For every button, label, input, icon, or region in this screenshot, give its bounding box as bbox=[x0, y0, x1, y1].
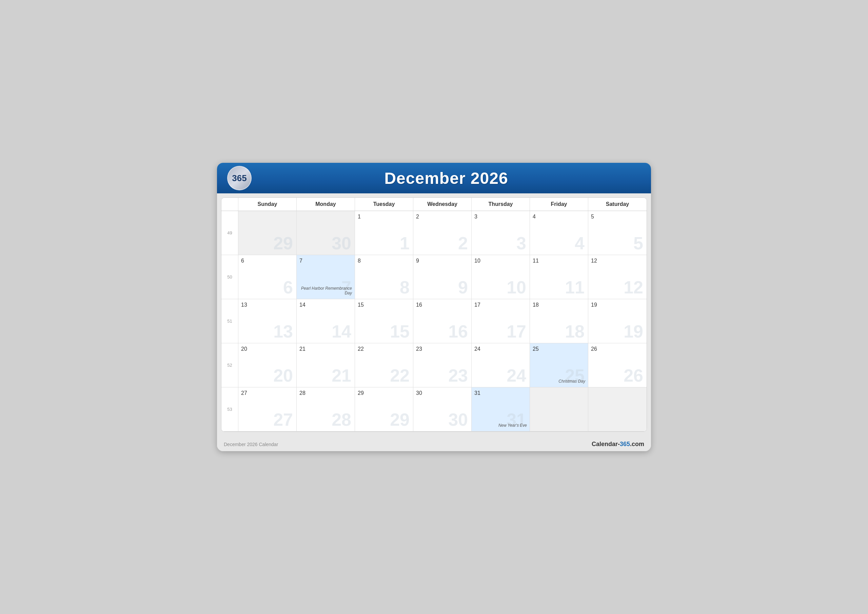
day-number: 15 bbox=[358, 302, 410, 308]
day-cell-5[interactable]: 55 bbox=[588, 211, 646, 255]
day-watermark: 21 bbox=[332, 367, 351, 384]
holiday-label: Pearl Harbor Remembrance Day bbox=[299, 286, 352, 295]
week-number-53: 53 bbox=[222, 387, 239, 432]
day-number: 10 bbox=[474, 258, 527, 264]
day-number: 31 bbox=[474, 390, 527, 396]
day-number: 30 bbox=[416, 390, 468, 396]
day-cell-17[interactable]: 1717 bbox=[472, 299, 530, 343]
day-watermark: 19 bbox=[623, 323, 643, 340]
day-cell-11[interactable]: 1111 bbox=[530, 255, 588, 299]
day-number: 5 bbox=[591, 214, 644, 220]
day-cell-23[interactable]: 2323 bbox=[413, 343, 472, 387]
calendar-page: 365 December 2026 SundayMondayTuesdayWed… bbox=[217, 163, 651, 451]
calendar-body: SundayMondayTuesdayWednesdayThursdayFrid… bbox=[221, 197, 647, 432]
day-watermark: 30 bbox=[332, 235, 351, 252]
page-footer: December 2026 Calendar Calendar-365.com bbox=[217, 436, 651, 451]
day-number: 27 bbox=[241, 390, 294, 396]
week-number-50: 50 bbox=[222, 255, 239, 299]
week-number-52: 52 bbox=[222, 343, 239, 387]
day-number: 12 bbox=[591, 258, 644, 264]
day-cell-19[interactable]: 1919 bbox=[588, 299, 646, 343]
day-cell-21[interactable]: 2121 bbox=[297, 343, 355, 387]
day-number: 2 bbox=[416, 214, 468, 220]
day-watermark: 29 bbox=[390, 411, 409, 429]
day-cell-empty[interactable] bbox=[588, 387, 646, 432]
day-watermark: 9 bbox=[458, 278, 468, 296]
calendar-header: 365 December 2026 bbox=[217, 163, 651, 193]
day-number: 16 bbox=[416, 302, 468, 308]
day-number: 8 bbox=[358, 258, 410, 264]
day-watermark: 14 bbox=[332, 323, 351, 340]
day-cell-empty[interactable]: 30 bbox=[297, 211, 355, 255]
day-number: 19 bbox=[591, 302, 644, 308]
logo: 365 bbox=[227, 166, 251, 190]
day-cell-12[interactable]: 1212 bbox=[588, 255, 646, 299]
day-number: 26 bbox=[591, 346, 644, 352]
page-title: December 2026 bbox=[251, 169, 641, 188]
week-number-49: 49 bbox=[222, 211, 239, 255]
day-watermark: 18 bbox=[565, 323, 584, 340]
day-number: 9 bbox=[416, 258, 468, 264]
day-cell-10[interactable]: 1010 bbox=[472, 255, 530, 299]
day-watermark: 11 bbox=[565, 278, 584, 296]
day-watermark: 6 bbox=[283, 278, 293, 296]
day-cell-7[interactable]: 77Pearl Harbor Remembrance Day bbox=[297, 255, 355, 299]
day-watermark: 1 bbox=[400, 235, 409, 252]
day-watermark: 4 bbox=[575, 235, 584, 252]
day-cell-18[interactable]: 1818 bbox=[530, 299, 588, 343]
day-cell-26[interactable]: 2626 bbox=[588, 343, 646, 387]
day-cell-25[interactable]: 2525Christmas Day bbox=[530, 343, 588, 387]
day-number: 20 bbox=[241, 346, 294, 352]
day-watermark: 29 bbox=[273, 235, 293, 252]
day-number: 4 bbox=[533, 214, 585, 220]
day-watermark: 3 bbox=[516, 235, 526, 252]
day-number: 23 bbox=[416, 346, 468, 352]
day-cell-31[interactable]: 3131New Year's Eve bbox=[472, 387, 530, 432]
day-number: 7 bbox=[299, 258, 352, 264]
day-cell-1[interactable]: 11 bbox=[355, 211, 413, 255]
day-watermark: 15 bbox=[390, 323, 409, 340]
day-cell-empty[interactable]: 29 bbox=[239, 211, 297, 255]
day-number: 22 bbox=[358, 346, 410, 352]
week-num-header bbox=[222, 198, 239, 211]
day-number: 28 bbox=[299, 390, 352, 396]
day-number: 6 bbox=[241, 258, 294, 264]
day-number: 25 bbox=[533, 346, 585, 352]
day-cell-13[interactable]: 1313 bbox=[239, 299, 297, 343]
day-watermark: 16 bbox=[448, 323, 468, 340]
day-cell-2[interactable]: 22 bbox=[413, 211, 472, 255]
footer-caption: December 2026 Calendar bbox=[224, 441, 278, 447]
day-header-wednesday: Wednesday bbox=[413, 198, 472, 211]
day-number: 14 bbox=[299, 302, 352, 308]
day-cell-27[interactable]: 2727 bbox=[239, 387, 297, 432]
day-number: 24 bbox=[474, 346, 527, 352]
day-cell-30[interactable]: 3030 bbox=[413, 387, 472, 432]
day-cell-14[interactable]: 1414 bbox=[297, 299, 355, 343]
day-cell-4[interactable]: 44 bbox=[530, 211, 588, 255]
day-watermark: 26 bbox=[623, 367, 643, 384]
day-watermark: 10 bbox=[507, 278, 526, 296]
day-cell-6[interactable]: 66 bbox=[239, 255, 297, 299]
day-cell-20[interactable]: 2020 bbox=[239, 343, 297, 387]
day-cell-3[interactable]: 33 bbox=[472, 211, 530, 255]
day-cell-16[interactable]: 1616 bbox=[413, 299, 472, 343]
day-cell-empty[interactable] bbox=[530, 387, 588, 432]
day-watermark: 13 bbox=[273, 323, 293, 340]
day-watermark: 20 bbox=[273, 367, 293, 384]
day-watermark: 12 bbox=[623, 278, 643, 296]
footer-dotcom: .com bbox=[630, 441, 644, 448]
day-cell-29[interactable]: 2929 bbox=[355, 387, 413, 432]
day-cell-24[interactable]: 2424 bbox=[472, 343, 530, 387]
day-watermark: 5 bbox=[633, 235, 643, 252]
day-cell-22[interactable]: 2222 bbox=[355, 343, 413, 387]
day-cell-8[interactable]: 88 bbox=[355, 255, 413, 299]
day-number: 18 bbox=[533, 302, 585, 308]
day-header-thursday: Thursday bbox=[472, 198, 530, 211]
day-watermark: 17 bbox=[507, 323, 526, 340]
day-header-friday: Friday bbox=[530, 198, 588, 211]
day-cell-9[interactable]: 99 bbox=[413, 255, 472, 299]
day-watermark: 30 bbox=[448, 411, 468, 429]
day-cell-15[interactable]: 1515 bbox=[355, 299, 413, 343]
day-cell-28[interactable]: 2828 bbox=[297, 387, 355, 432]
day-number: 11 bbox=[533, 258, 585, 264]
